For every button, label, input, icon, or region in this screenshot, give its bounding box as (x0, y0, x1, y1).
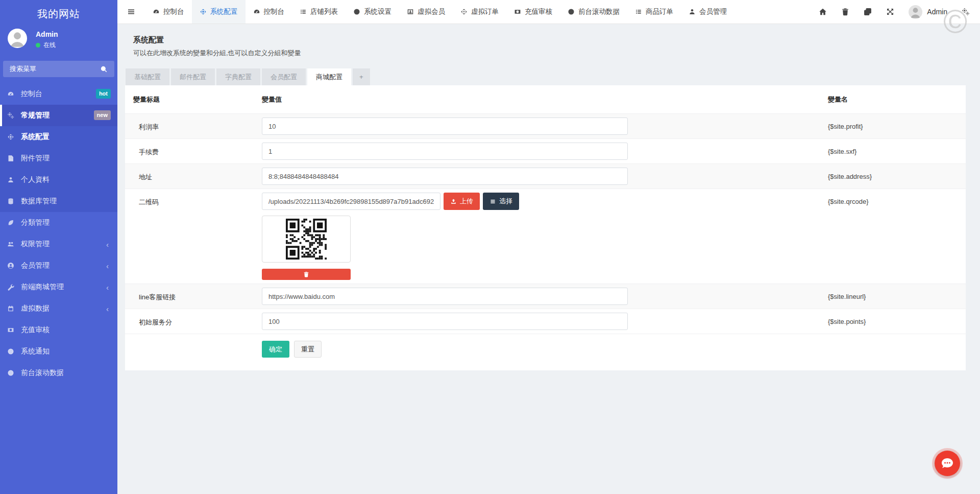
sidebar-item-label: 虚拟数据 (21, 304, 50, 313)
tab-mail-config[interactable]: 邮件配置 (171, 68, 215, 85)
sidebar-item-general-manage[interactable]: 常规管理 new (0, 105, 117, 126)
sidebar-item-frontend-mall[interactable]: 前端商城管理 ‹ (0, 276, 117, 298)
row-var-name: {$site.profit} (828, 117, 966, 135)
nav-tab-system-settings[interactable]: 系统设置 (346, 0, 399, 23)
sidebar-item-frontend-scroll-data[interactable]: 前台滚动数据 (0, 362, 117, 384)
choose-button[interactable]: 选择 (483, 193, 519, 210)
upload-button-label: 上传 (460, 197, 473, 206)
nav-tab-shop-list[interactable]: 店铺列表 (292, 0, 346, 23)
nav-tab-virtual-members[interactable]: 虚拟会员 (399, 0, 453, 23)
qrcode-path-input[interactable] (262, 193, 440, 210)
clone-icon[interactable] (864, 8, 872, 16)
sidebar-search[interactable]: 搜索菜單 (3, 61, 114, 77)
sidebar-item-profile[interactable]: 个人資料 (0, 169, 117, 191)
nav-tab-label: 商品订单 (646, 7, 673, 16)
column-header-title: 變量标题 (125, 95, 262, 104)
tab-add-group[interactable]: + (353, 68, 370, 85)
chat-button[interactable] (935, 451, 960, 476)
tab-dictionary-config[interactable]: 字典配置 (216, 68, 260, 85)
sidebar-item-label: 个人資料 (21, 175, 50, 184)
profit-input[interactable] (262, 117, 628, 135)
tab-member-config[interactable]: 会员配置 (262, 68, 306, 85)
chevron-left-icon: ‹ (106, 241, 109, 248)
points-input[interactable] (262, 313, 628, 330)
nav-tab-label: 系统设置 (364, 7, 391, 16)
user-panel: Admin 在线 (0, 26, 117, 57)
sidebar-item-system-notice[interactable]: 系统通知 (0, 341, 117, 362)
fee-input[interactable] (262, 143, 628, 160)
reset-button[interactable]: 重置 (294, 341, 322, 358)
avatar[interactable] (8, 29, 27, 48)
home-icon[interactable] (819, 8, 827, 16)
tab-mall-config[interactable]: 商城配置 (307, 68, 351, 85)
brand-title: 我的网站 (0, 0, 117, 26)
file-upload-row: 上传 选择 (262, 193, 828, 210)
copyright-watermark: © (943, 5, 967, 38)
sidebar-item-categories[interactable]: 分類管理 (0, 212, 117, 233)
nav-tab-system-config[interactable]: 系统配置 (192, 0, 246, 23)
upload-button[interactable]: 上传 (444, 193, 480, 210)
nav-tab-frontend-scroll-data[interactable]: 前台滚动数据 (560, 0, 627, 23)
nav-tab-dashboard[interactable]: 控制台 (145, 0, 192, 23)
sidebar-item-recharge-review[interactable]: 充值审核 (0, 319, 117, 341)
choose-button-label: 选择 (499, 197, 512, 206)
row-var-name: {$site.address} (828, 168, 966, 185)
hamburger-menu-icon[interactable] (117, 8, 145, 16)
cogs-icon (7, 112, 14, 119)
nav-tab-label: 虚拟会员 (418, 7, 445, 16)
list-icon (635, 8, 642, 15)
list-icon (300, 8, 307, 15)
nav-tab-product-orders[interactable]: 商品订单 (627, 0, 681, 23)
table-row: 地址 {$site.address} (125, 163, 966, 189)
search-icon (100, 65, 108, 73)
delete-image-button[interactable] (262, 269, 351, 280)
sidebar-item-database[interactable]: 数据库管理 (0, 191, 117, 212)
chevron-left-icon: ‹ (106, 262, 109, 270)
nav-tab-member-manage[interactable]: 会员管理 (681, 0, 734, 23)
expand-arrows-icon[interactable] (886, 8, 894, 16)
chevron-left-icon: ‹ (106, 305, 109, 313)
nav-tab-label: 会员管理 (699, 7, 727, 16)
users-icon (7, 241, 14, 248)
sidebar-item-label: 控制台 (21, 89, 42, 99)
sidebar-item-dashboard[interactable]: 控制台 hot (0, 83, 117, 105)
sidebar-menu: 控制台 hot 常规管理 new 系统配置 附件管理 个人資料 数据库管理 分類… (0, 83, 117, 384)
nav-tab-label: 控制台 (264, 7, 285, 16)
list-icon (489, 198, 496, 205)
column-header-value: 變量值 (262, 95, 828, 104)
sidebar-item-virtual-data[interactable]: 虚拟数据 ‹ (0, 298, 117, 319)
navbar-user[interactable]: Admin (909, 5, 947, 19)
address-input[interactable] (262, 168, 628, 185)
sidebar-item-members[interactable]: 会员管理 ‹ (0, 255, 117, 276)
row-var-name: {$site.qrcode} (828, 193, 966, 280)
row-var-name: {$site.points} (828, 313, 966, 330)
sidebar-item-attachments[interactable]: 附件管理 (0, 148, 117, 169)
user-icon (7, 176, 14, 183)
sidebar-item-system-config[interactable]: 系统配置 (0, 126, 117, 148)
trash-icon (303, 271, 309, 277)
nav-tab-label: 控制台 (163, 7, 184, 16)
submit-button[interactable]: 确定 (262, 341, 289, 358)
user-name: Admin (36, 30, 58, 38)
tab-basic-config[interactable]: 基础配置 (126, 68, 169, 85)
sidebar-item-permissions[interactable]: 权限管理 ‹ (0, 233, 117, 255)
id-card-icon (407, 8, 414, 15)
qrcode-preview-box[interactable] (262, 216, 351, 263)
circle-icon (7, 348, 14, 355)
database-icon (7, 198, 14, 205)
circle-icon (7, 369, 14, 377)
main-content: 系统配置 可以在此增改系统的變量和分組,也可以自定义分組和變量 基础配置 邮件配… (117, 23, 980, 494)
tachometer-icon (153, 8, 160, 15)
nav-tab-label: 充值审核 (525, 7, 552, 16)
nav-tab-virtual-orders[interactable]: 虚拟订单 (453, 0, 506, 23)
user-status: 在线 (36, 41, 56, 50)
page-subtitle: 可以在此增改系统的變量和分組,也可以自定义分組和變量 (133, 49, 301, 58)
line-url-input[interactable] (262, 288, 628, 305)
nav-tab-recharge-review[interactable]: 充值审核 (506, 0, 560, 23)
nav-tab-dashboard-2[interactable]: 控制台 (246, 0, 292, 23)
trash-icon[interactable] (841, 8, 849, 16)
chat-bubble-icon (941, 457, 954, 469)
table-row-qrcode: 二维码 上传 选择 (125, 189, 966, 284)
nav-tab-label: 系统配置 (210, 7, 238, 16)
circle-icon (353, 8, 360, 15)
